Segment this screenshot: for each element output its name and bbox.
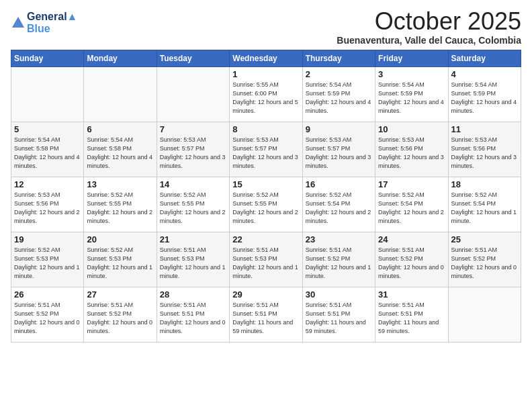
day-info: Sunrise: 5:54 AM Sunset: 5:58 PM Dayligh… <box>14 136 81 171</box>
table-row: 8Sunrise: 5:53 AM Sunset: 5:57 PM Daylig… <box>230 122 302 177</box>
table-row <box>11 66 84 122</box>
day-number: 30 <box>306 289 372 300</box>
table-row: 16Sunrise: 5:52 AM Sunset: 5:54 PM Dayli… <box>302 177 375 232</box>
day-info: Sunrise: 5:52 AM Sunset: 5:55 PM Dayligh… <box>232 191 299 226</box>
header-sunday: Sunday <box>11 50 84 66</box>
day-info: Sunrise: 5:52 AM Sunset: 5:55 PM Dayligh… <box>87 191 153 226</box>
day-number: 3 <box>378 69 445 79</box>
day-info: Sunrise: 5:52 AM Sunset: 5:54 PM Dayligh… <box>306 191 372 226</box>
table-row: 30Sunrise: 5:51 AM Sunset: 5:51 PM Dayli… <box>302 287 375 342</box>
day-number: 15 <box>232 179 299 189</box>
day-info: Sunrise: 5:53 AM Sunset: 5:57 PM Dayligh… <box>232 136 299 171</box>
day-number: 29 <box>232 289 299 300</box>
table-row: 19Sunrise: 5:52 AM Sunset: 5:53 PM Dayli… <box>11 232 84 287</box>
day-number: 21 <box>160 234 226 244</box>
day-number: 12 <box>14 179 81 189</box>
table-row: 23Sunrise: 5:51 AM Sunset: 5:52 PM Dayli… <box>302 232 375 287</box>
table-row: 5Sunrise: 5:54 AM Sunset: 5:58 PM Daylig… <box>11 122 84 177</box>
day-info: Sunrise: 5:53 AM Sunset: 5:56 PM Dayligh… <box>14 191 81 226</box>
table-row: 10Sunrise: 5:53 AM Sunset: 5:56 PM Dayli… <box>375 122 448 177</box>
day-info: Sunrise: 5:51 AM Sunset: 5:52 PM Dayligh… <box>306 246 372 281</box>
day-info: Sunrise: 5:55 AM Sunset: 6:00 PM Dayligh… <box>232 81 299 116</box>
table-row: 17Sunrise: 5:52 AM Sunset: 5:54 PM Dayli… <box>375 177 448 232</box>
title-block: October 2025 Buenaventura, Valle del Cau… <box>337 8 521 46</box>
table-row: 20Sunrise: 5:52 AM Sunset: 5:53 PM Dayli… <box>84 232 157 287</box>
day-number: 2 <box>306 69 372 79</box>
day-number: 20 <box>87 234 153 244</box>
table-row <box>448 287 521 342</box>
calendar-header: Sunday Monday Tuesday Wednesday Thursday… <box>11 50 521 66</box>
calendar-table: Sunday Monday Tuesday Wednesday Thursday… <box>11 50 521 342</box>
day-number: 24 <box>378 234 445 244</box>
table-row: 7Sunrise: 5:53 AM Sunset: 5:57 PM Daylig… <box>157 122 229 177</box>
table-row: 9Sunrise: 5:53 AM Sunset: 5:57 PM Daylig… <box>302 122 375 177</box>
day-info: Sunrise: 5:51 AM Sunset: 5:53 PM Dayligh… <box>160 246 226 281</box>
day-number: 31 <box>378 289 445 300</box>
day-number: 22 <box>232 234 299 244</box>
header-tuesday: Tuesday <box>157 50 229 66</box>
logo-icon <box>11 15 26 30</box>
day-number: 4 <box>451 69 518 79</box>
table-row: 2Sunrise: 5:54 AM Sunset: 5:59 PM Daylig… <box>302 66 375 122</box>
location: Buenaventura, Valle del Cauca, Colombia <box>337 35 521 46</box>
day-info: Sunrise: 5:54 AM Sunset: 5:59 PM Dayligh… <box>306 81 372 116</box>
table-row: 6Sunrise: 5:54 AM Sunset: 5:58 PM Daylig… <box>84 122 157 177</box>
day-info: Sunrise: 5:51 AM Sunset: 5:52 PM Dayligh… <box>451 246 518 281</box>
day-number: 28 <box>160 289 226 300</box>
header-friday: Friday <box>375 50 448 66</box>
table-row: 24Sunrise: 5:51 AM Sunset: 5:52 PM Dayli… <box>375 232 448 287</box>
day-number: 14 <box>160 179 226 189</box>
table-row: 22Sunrise: 5:51 AM Sunset: 5:53 PM Dayli… <box>230 232 302 287</box>
table-row: 31Sunrise: 5:51 AM Sunset: 5:51 PM Dayli… <box>375 287 448 342</box>
table-row: 28Sunrise: 5:51 AM Sunset: 5:51 PM Dayli… <box>157 287 229 342</box>
day-number: 27 <box>87 289 153 300</box>
day-number: 25 <box>451 234 518 244</box>
table-row: 26Sunrise: 5:51 AM Sunset: 5:52 PM Dayli… <box>11 287 84 342</box>
day-number: 6 <box>87 124 153 134</box>
table-row: 1Sunrise: 5:55 AM Sunset: 6:00 PM Daylig… <box>230 66 302 122</box>
table-row: 12Sunrise: 5:53 AM Sunset: 5:56 PM Dayli… <box>11 177 84 232</box>
day-info: Sunrise: 5:51 AM Sunset: 5:52 PM Dayligh… <box>14 301 81 336</box>
header-monday: Monday <box>84 50 157 66</box>
day-info: Sunrise: 5:53 AM Sunset: 5:56 PM Dayligh… <box>451 136 518 171</box>
table-row: 4Sunrise: 5:54 AM Sunset: 5:59 PM Daylig… <box>448 66 521 122</box>
day-info: Sunrise: 5:51 AM Sunset: 5:51 PM Dayligh… <box>306 301 372 336</box>
header-thursday: Thursday <box>302 50 375 66</box>
day-number: 13 <box>87 179 153 189</box>
day-info: Sunrise: 5:53 AM Sunset: 5:56 PM Dayligh… <box>378 136 445 171</box>
day-info: Sunrise: 5:51 AM Sunset: 5:52 PM Dayligh… <box>378 246 445 281</box>
day-info: Sunrise: 5:52 AM Sunset: 5:53 PM Dayligh… <box>87 246 153 281</box>
day-info: Sunrise: 5:54 AM Sunset: 5:59 PM Dayligh… <box>378 81 445 116</box>
table-row <box>84 66 157 122</box>
day-number: 18 <box>451 179 518 189</box>
table-row: 3Sunrise: 5:54 AM Sunset: 5:59 PM Daylig… <box>375 66 448 122</box>
table-row: 13Sunrise: 5:52 AM Sunset: 5:55 PM Dayli… <box>84 177 157 232</box>
day-number: 16 <box>306 179 372 189</box>
table-row: 14Sunrise: 5:52 AM Sunset: 5:55 PM Dayli… <box>157 177 229 232</box>
table-row: 29Sunrise: 5:51 AM Sunset: 5:51 PM Dayli… <box>230 287 302 342</box>
table-row: 15Sunrise: 5:52 AM Sunset: 5:55 PM Dayli… <box>230 177 302 232</box>
table-row: 11Sunrise: 5:53 AM Sunset: 5:56 PM Dayli… <box>448 122 521 177</box>
day-number: 8 <box>232 124 299 134</box>
logo: General▲ Blue <box>11 11 77 36</box>
day-info: Sunrise: 5:53 AM Sunset: 5:57 PM Dayligh… <box>160 136 226 171</box>
day-number: 23 <box>306 234 372 244</box>
day-info: Sunrise: 5:51 AM Sunset: 5:51 PM Dayligh… <box>160 301 226 336</box>
header-wednesday: Wednesday <box>230 50 302 66</box>
day-info: Sunrise: 5:52 AM Sunset: 5:53 PM Dayligh… <box>14 246 81 281</box>
month-title: October 2025 <box>337 8 521 35</box>
day-info: Sunrise: 5:52 AM Sunset: 5:55 PM Dayligh… <box>160 191 226 226</box>
day-number: 7 <box>160 124 226 134</box>
day-info: Sunrise: 5:51 AM Sunset: 5:53 PM Dayligh… <box>232 246 299 281</box>
day-info: Sunrise: 5:51 AM Sunset: 5:51 PM Dayligh… <box>232 301 299 336</box>
calendar-body: 1Sunrise: 5:55 AM Sunset: 6:00 PM Daylig… <box>11 66 521 342</box>
day-number: 5 <box>14 124 81 134</box>
day-info: Sunrise: 5:54 AM Sunset: 5:58 PM Dayligh… <box>87 136 153 171</box>
header-saturday: Saturday <box>448 50 521 66</box>
day-info: Sunrise: 5:52 AM Sunset: 5:54 PM Dayligh… <box>378 191 445 226</box>
day-info: Sunrise: 5:51 AM Sunset: 5:52 PM Dayligh… <box>87 301 153 336</box>
day-number: 9 <box>306 124 372 134</box>
logo-line2: Blue <box>27 23 77 35</box>
day-info: Sunrise: 5:51 AM Sunset: 5:51 PM Dayligh… <box>378 301 445 336</box>
day-number: 17 <box>378 179 445 189</box>
